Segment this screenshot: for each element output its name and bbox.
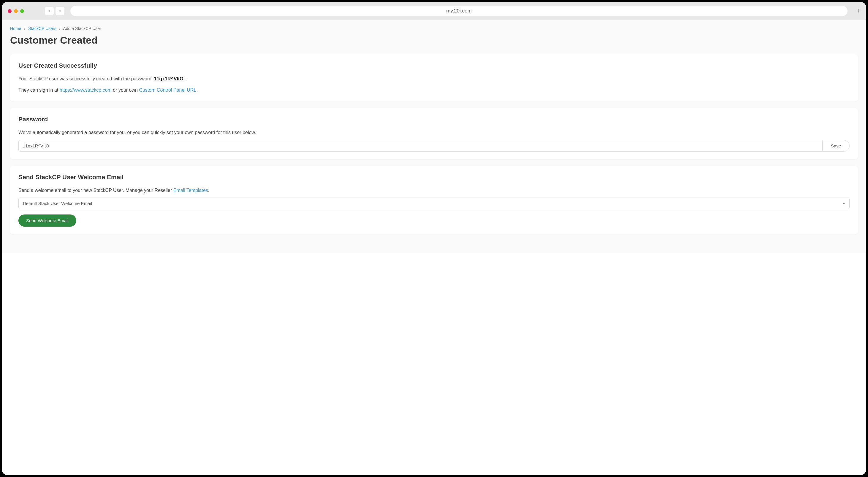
signin-suffix: . bbox=[196, 88, 197, 93]
success-card-title: User Created Successfully bbox=[19, 62, 849, 69]
welcome-card-title: Send StackCP User Welcome Email bbox=[19, 174, 849, 181]
breadcrumb-current: Add a StackCP User bbox=[63, 26, 101, 31]
signin-prefix: They can sign in at bbox=[19, 88, 60, 93]
stackcp-signin-link[interactable]: https://www.stackcp.com bbox=[60, 88, 112, 93]
breadcrumb-separator: / bbox=[24, 26, 25, 31]
breadcrumb-separator: / bbox=[59, 26, 61, 31]
nav-forward-button[interactable]: > bbox=[56, 7, 64, 15]
browser-chrome: < > my.20i.com + bbox=[2, 2, 866, 20]
welcome-email-card: Send StackCP User Welcome Email Send a w… bbox=[10, 166, 858, 235]
success-text-suffix: . bbox=[186, 76, 187, 81]
breadcrumb: Home / StackCP Users / Add a StackCP Use… bbox=[10, 26, 858, 31]
nav-buttons: < > bbox=[45, 7, 64, 15]
page-content: Home / StackCP Users / Add a StackCP Use… bbox=[2, 20, 866, 253]
password-input-group: Save bbox=[19, 140, 849, 151]
password-input[interactable] bbox=[19, 140, 822, 151]
signin-mid: or your own bbox=[112, 88, 139, 93]
page-title: Customer Created bbox=[10, 34, 858, 46]
window-close-icon[interactable] bbox=[8, 9, 11, 13]
success-text-prefix: Your StackCP user was successfully creat… bbox=[19, 76, 153, 81]
welcome-description: Send a welcome email to your new StackCP… bbox=[19, 186, 849, 194]
generated-password: 11qx1R^VItO bbox=[153, 76, 185, 82]
password-card-title: Password bbox=[19, 116, 849, 123]
url-bar[interactable]: my.20i.com bbox=[70, 6, 847, 16]
nav-back-button[interactable]: < bbox=[45, 7, 54, 15]
success-password-text: Your StackCP user was successfully creat… bbox=[19, 75, 849, 83]
send-welcome-email-button[interactable]: Send Welcome Email bbox=[19, 214, 76, 227]
password-description: We've automatically generated a password… bbox=[19, 129, 849, 136]
custom-control-panel-link[interactable]: Custom Control Panel URL bbox=[139, 88, 196, 93]
password-card: Password We've automatically generated a… bbox=[10, 108, 858, 159]
success-signin-text: They can sign in at https://www.stackcp.… bbox=[19, 86, 849, 94]
template-select[interactable]: Default Stack User Welcome Email bbox=[19, 198, 849, 209]
window-minimize-icon[interactable] bbox=[14, 9, 18, 13]
breadcrumb-stackcp-users-link[interactable]: StackCP Users bbox=[28, 26, 56, 31]
welcome-desc-suffix: . bbox=[208, 188, 209, 193]
new-tab-button[interactable]: + bbox=[857, 7, 860, 15]
success-card: User Created Successfully Your StackCP u… bbox=[10, 54, 858, 101]
save-password-button[interactable]: Save bbox=[822, 140, 849, 151]
breadcrumb-home-link[interactable]: Home bbox=[10, 26, 21, 31]
traffic-lights bbox=[8, 9, 24, 13]
template-select-wrapper: Default Stack User Welcome Email ▼ bbox=[19, 198, 849, 209]
welcome-desc-prefix: Send a welcome email to your new StackCP… bbox=[19, 188, 173, 193]
email-templates-link[interactable]: Email Templates bbox=[173, 188, 208, 193]
browser-window: < > my.20i.com + Home / StackCP Users / … bbox=[2, 2, 866, 475]
window-maximize-icon[interactable] bbox=[20, 9, 24, 13]
